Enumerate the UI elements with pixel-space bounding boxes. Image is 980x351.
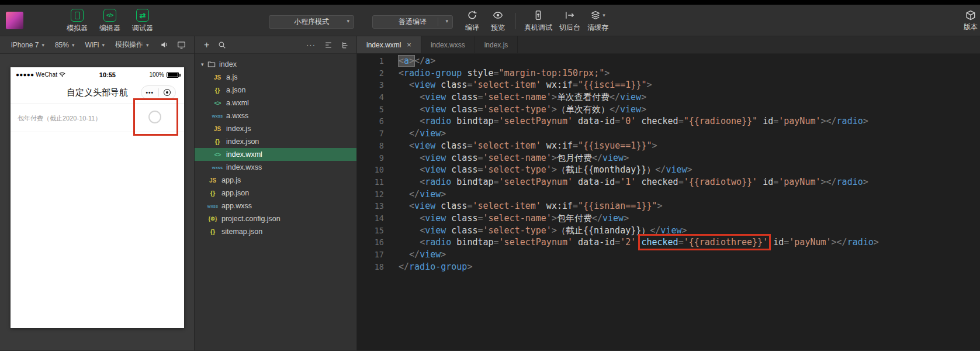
tree-item-a.wxml[interactable]: <>a.wxml bbox=[195, 97, 356, 109]
line-number: 17 bbox=[357, 249, 384, 261]
tab-index.wxss[interactable]: index.wxss bbox=[421, 36, 475, 53]
switch-background-label: 切后台 bbox=[559, 23, 580, 33]
battery-percent: 100% bbox=[149, 71, 164, 78]
file-name: index.json bbox=[226, 137, 259, 146]
preview-eye-icon bbox=[493, 10, 503, 20]
mode-dropdown[interactable]: 小程序模式 ▾ bbox=[269, 15, 354, 29]
code-line: 1<a></a> bbox=[357, 55, 980, 67]
add-file-button[interactable]: + bbox=[204, 40, 218, 50]
code-line-text: <a></a> bbox=[384, 55, 435, 67]
background-switch-icon bbox=[565, 10, 575, 20]
file-name: app.js bbox=[221, 176, 241, 184]
pay-option-row: 包年付费（截止2020-10-11） bbox=[11, 104, 184, 132]
view-toggle-group: 模拟器 </> 编辑器 ⇄ 调试器 bbox=[61, 8, 159, 35]
code-line-text: <view class='select-item' wx:if="{{isnia… bbox=[384, 200, 663, 212]
annotation-red-box: checked='{{radiothree}}' bbox=[641, 237, 768, 247]
version-label: 版本 bbox=[964, 22, 978, 32]
code-line-text: <view class='select-type'>（截止{{nianday}}… bbox=[384, 225, 687, 237]
simulator-toggle-button[interactable]: 模拟器 bbox=[61, 8, 94, 35]
close-record-button[interactable] bbox=[159, 89, 176, 96]
simulator-panel: iPhone 7 ▾ 85% ▾ WiFi ▾ 模拟操作 ▾ bbox=[0, 36, 195, 350]
line-number: 16 bbox=[357, 236, 384, 249]
code-line: 12 </view> bbox=[357, 188, 980, 201]
preview-button[interactable]: 预览 bbox=[485, 8, 511, 35]
version-button[interactable]: 版本 bbox=[958, 8, 980, 35]
device-model-value: iPhone 7 bbox=[11, 41, 39, 49]
device-model-dropdown[interactable]: iPhone 7 ▾ bbox=[6, 41, 50, 49]
editor-toggle-button[interactable]: </> 编辑器 bbox=[94, 8, 126, 35]
device-debug-button[interactable]: 真机调试 bbox=[521, 8, 556, 35]
zoom-dropdown[interactable]: 85% ▾ bbox=[50, 41, 80, 49]
editor-icon: </> bbox=[103, 9, 116, 22]
battery-icon bbox=[167, 72, 179, 78]
divider bbox=[515, 13, 516, 29]
wxss-file-icon: wxss bbox=[211, 165, 224, 170]
user-avatar[interactable] bbox=[6, 12, 23, 29]
code-line: 17 </view> bbox=[357, 249, 980, 261]
caret-down-icon: ▾ bbox=[201, 61, 207, 67]
tree-item-index.js[interactable]: JSindex.js bbox=[195, 122, 356, 135]
file-explorer-panel: + ··· ▾ index JSa.js{}a.json<>a.wxmlwxss… bbox=[195, 36, 357, 350]
annotation-sel-box: <a> bbox=[399, 56, 414, 66]
compile-button[interactable]: 编译 bbox=[459, 8, 485, 35]
file-explorer-toolbar: + ··· bbox=[195, 36, 356, 54]
debugger-toggle-button[interactable]: ⇄ 调试器 bbox=[126, 8, 159, 35]
tab-label: index.wxss bbox=[431, 41, 465, 49]
code-line: 11 <radio bindtap='selectPaynum' data-id… bbox=[357, 176, 980, 188]
tree-item-project.config.json[interactable]: {⚙}project.config.json bbox=[195, 212, 356, 225]
line-number: 10 bbox=[357, 164, 384, 176]
tree-item-index.json[interactable]: {}index.json bbox=[195, 135, 356, 148]
more-menu-button[interactable]: ••• bbox=[141, 90, 158, 96]
file-name: index.wxml bbox=[226, 150, 262, 159]
pay-radio-button[interactable] bbox=[148, 111, 161, 123]
compile-label: 编译 bbox=[465, 23, 479, 33]
tab-index.wxml[interactable]: index.wxml× bbox=[357, 36, 421, 53]
tab-index.js[interactable]: index.js bbox=[475, 36, 518, 53]
simulator-label: 模拟器 bbox=[67, 23, 88, 33]
close-tab-icon[interactable]: × bbox=[407, 40, 411, 49]
code-line: 5 <view class='select-type'>（单次有效）</view… bbox=[357, 104, 980, 116]
tree-item-a.js[interactable]: JSa.js bbox=[195, 71, 356, 84]
code-line-text: <radio-group style="margin-top:150rpx;"> bbox=[384, 67, 610, 80]
tree-item-index.wxml[interactable]: <>index.wxml bbox=[195, 148, 356, 161]
tree-item-app.json[interactable]: {}app.json bbox=[195, 187, 356, 199]
line-number: 15 bbox=[357, 225, 384, 237]
tree-item-index.wxss[interactable]: wxssindex.wxss bbox=[195, 161, 356, 174]
tree-folder-index[interactable]: ▾ index bbox=[195, 58, 356, 71]
mode-dropdown-value: 小程序模式 bbox=[294, 17, 329, 27]
compile-mode-dropdown[interactable]: 普通编译 ▾ bbox=[372, 15, 453, 29]
code-line-text: <radio bindtap='selectPaynum' data-id='0… bbox=[384, 115, 868, 128]
network-dropdown[interactable]: WiFi ▾ bbox=[79, 41, 110, 49]
search-icon[interactable] bbox=[218, 41, 226, 49]
workspace: iPhone 7 ▾ 85% ▾ WiFi ▾ 模拟操作 ▾ bbox=[0, 36, 980, 350]
collapse-all-icon[interactable] bbox=[324, 41, 333, 49]
tree-item-app.wxss[interactable]: wxssapp.wxss bbox=[195, 199, 356, 212]
tree-item-a.json[interactable]: {}a.json bbox=[195, 84, 356, 97]
simulate-actions-dropdown[interactable]: 模拟操作 ▾ bbox=[110, 40, 154, 50]
file-name: app.wxss bbox=[221, 202, 252, 210]
more-actions-icon[interactable]: ··· bbox=[306, 40, 316, 49]
display-icon[interactable] bbox=[177, 40, 186, 49]
zoom-value: 85% bbox=[55, 41, 69, 49]
line-number: 3 bbox=[357, 79, 384, 91]
chevron-down-icon: ▾ bbox=[102, 42, 105, 48]
clear-cache-label: 清缓存 bbox=[587, 23, 608, 33]
capsule-menu: ••• bbox=[141, 85, 176, 99]
tree-item-a.wxss[interactable]: wxssa.wxss bbox=[195, 109, 356, 122]
tab-label: index.js bbox=[484, 41, 508, 49]
clear-cache-button[interactable]: ▾ 清缓存 bbox=[584, 8, 612, 35]
tree-item-sitemap.json[interactable]: {}sitemap.json bbox=[195, 225, 356, 238]
switch-background-button[interactable]: 切后台 bbox=[556, 8, 584, 35]
outline-icon[interactable] bbox=[341, 41, 349, 49]
json-file-icon: {} bbox=[206, 228, 219, 235]
speaker-icon[interactable] bbox=[160, 40, 169, 49]
tree-item-app.js[interactable]: JSapp.js bbox=[195, 174, 356, 187]
device-debug-label: 真机调试 bbox=[524, 23, 552, 33]
carrier-text: ●●●●● WeChat bbox=[16, 71, 65, 78]
folder-name: index bbox=[219, 60, 237, 68]
wifi-icon bbox=[59, 72, 65, 77]
code-line-text: </view> bbox=[384, 249, 446, 261]
line-number: 12 bbox=[357, 188, 384, 201]
window-top-strip bbox=[0, 0, 980, 5]
code-area[interactable]: 1<a></a>2<radio-group style="margin-top:… bbox=[357, 54, 980, 350]
